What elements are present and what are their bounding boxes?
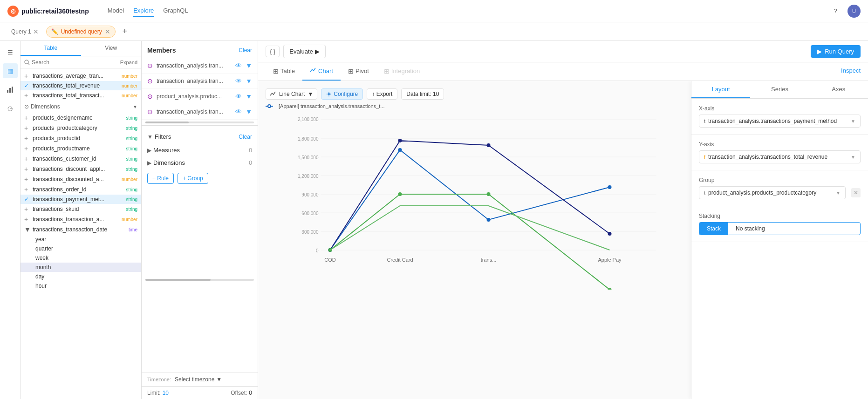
integration-view-tab[interactable]: ⊞ Integration [376, 62, 427, 81]
filters-clear-button[interactable]: Clear [239, 134, 252, 140]
axes-tab[interactable]: Axes [809, 81, 868, 98]
search-input[interactable] [32, 59, 118, 66]
members-panel: Members Clear ⊙ transaction_analysis.tra… [142, 41, 258, 399]
chart-view-tab[interactable]: Chart [302, 62, 341, 81]
field-plus-icon[interactable]: + [24, 205, 31, 213]
timezone-select[interactable]: Select timezone ▼ [175, 376, 222, 383]
field-plus-icon[interactable]: + [24, 114, 31, 122]
stack-button[interactable]: Stack [699, 223, 728, 235]
field-year[interactable]: year [21, 235, 141, 244]
expand-button[interactable]: Expand [120, 60, 137, 65]
filters-header[interactable]: ▼ Filters Clear [147, 129, 252, 144]
field-discounted-a[interactable]: + transactions_discounted_a... number [21, 174, 141, 184]
field-month[interactable]: month [21, 263, 141, 272]
nav-explore[interactable]: Explore [133, 5, 154, 17]
field-plus-icon[interactable]: + [24, 176, 31, 183]
undefined-query-tab[interactable]: ✏️ Undefined query ✕ [46, 26, 116, 38]
filter-icon[interactable]: ▼ [246, 108, 252, 115]
svg-point-33 [398, 192, 402, 196]
field-day[interactable]: day [21, 272, 141, 281]
evaluate-button[interactable]: Evaluate ▶ [283, 45, 326, 58]
group-select[interactable]: t product_analysis.products_productcateg… [699, 186, 846, 199]
field-total-revenue[interactable]: ✓ transactions_total_revenue number [21, 81, 141, 90]
json-button[interactable]: { } [266, 46, 280, 57]
field-payment-method[interactable]: ✓ transactions_payment_met... string [21, 195, 141, 204]
field-avg-transaction[interactable]: + transactions_average_tran... number [21, 71, 141, 81]
field-quarter[interactable]: quarter [21, 244, 141, 253]
group-close-button[interactable]: ✕ [851, 188, 861, 197]
run-query-button[interactable]: ▶ Run Query [811, 45, 861, 58]
inspect-button[interactable]: Inspect [841, 62, 861, 81]
eye-icon[interactable]: 👁 [235, 77, 242, 85]
user-avatar[interactable]: U [847, 5, 861, 18]
eye-icon[interactable]: 👁 [235, 108, 242, 115]
nav-model[interactable]: Model [108, 5, 124, 17]
eye-icon[interactable]: 👁 [235, 93, 242, 100]
field-plus-icon[interactable]: + [24, 92, 31, 99]
undefined-close-icon[interactable]: ✕ [105, 28, 110, 35]
filter-icon[interactable]: ▼ [246, 62, 252, 69]
xaxis-select[interactable]: t transaction_analysis.transactions_paym… [699, 115, 861, 128]
field-order-id[interactable]: + transactions_order_id string [21, 184, 141, 195]
field-productcategory[interactable]: + products_productcategory string [21, 123, 141, 133]
pivot-view-tab[interactable]: ⊞ Pivot [341, 62, 376, 81]
field-transaction-date[interactable]: ▼ transactions_transaction_date time [21, 224, 141, 235]
measures-label: Measures [153, 147, 180, 154]
field-discount-appl[interactable]: + transactions_discount_appl... string [21, 164, 141, 174]
filter-icon[interactable]: ▼ [246, 77, 252, 85]
scroll-indicator-2 [145, 279, 254, 281]
dimensions-section-header[interactable]: ⊙ Dimensions ▼ [21, 101, 141, 113]
measures-filter-group[interactable]: ▶ Measures 0 [147, 144, 252, 156]
add-tab-button[interactable]: + [119, 26, 130, 37]
config-tabs: Layout Series Axes [691, 81, 868, 99]
field-customer-id[interactable]: + transactions_customer_id string [21, 154, 141, 164]
table-tab[interactable]: Table [21, 41, 81, 56]
field-plus-icon[interactable]: + [24, 145, 31, 152]
table-view-tab[interactable]: ⊞ Table [266, 62, 302, 81]
field-expand-icon[interactable]: ▼ [24, 226, 31, 233]
field-plus-icon[interactable]: + [24, 72, 31, 80]
add-rule-button[interactable]: + Rule [147, 173, 174, 184]
offset-value[interactable]: 0 [249, 390, 252, 396]
field-productid[interactable]: + products_productid string [21, 133, 141, 143]
field-plus-icon[interactable]: + [24, 124, 31, 132]
legend-line-icon [266, 104, 277, 108]
configure-button[interactable]: Configure [321, 88, 363, 100]
field-hour[interactable]: hour [21, 281, 141, 291]
field-plus-icon[interactable]: + [24, 216, 31, 223]
field-plus-icon[interactable]: + [24, 135, 31, 142]
export-button[interactable]: ↑ Export [367, 88, 397, 100]
layout-tab[interactable]: Layout [691, 81, 750, 98]
field-transaction-a[interactable]: + transactions_transaction_a... number [21, 214, 141, 224]
table-sidebar-icon[interactable]: ▦ [3, 63, 18, 78]
help-icon[interactable]: ? [829, 5, 842, 18]
field-skuid[interactable]: + transactions_skuid string [21, 204, 141, 214]
dimensions-filter-group[interactable]: ▶ Dimensions 0 [147, 156, 252, 169]
menu-icon[interactable]: ☰ [3, 45, 18, 60]
data-limit-button[interactable]: Data limit: 10 [401, 88, 444, 100]
chart-type-label: Line Chart [279, 91, 305, 97]
field-designername[interactable]: + products_designername string [21, 113, 141, 123]
chart-sidebar-icon[interactable] [3, 82, 18, 97]
field-total-transactions[interactable]: + transactions_total_transact... number [21, 90, 141, 101]
query1-close-icon[interactable]: ✕ [33, 28, 39, 35]
add-group-button[interactable]: + Group [178, 173, 208, 184]
yaxis-select[interactable]: f transaction_analysis.transactions_tota… [699, 150, 861, 163]
members-clear-button[interactable]: Clear [239, 47, 252, 54]
limit-value[interactable]: 10 [163, 390, 169, 396]
eye-icon[interactable]: 👁 [235, 62, 242, 69]
field-plus-icon[interactable]: + [24, 165, 31, 173]
nav-graphql[interactable]: GraphQL [163, 5, 188, 17]
field-plus-icon[interactable]: + [24, 186, 31, 193]
query1-tab[interactable]: Query 1 ✕ [7, 26, 42, 37]
series-tab[interactable]: Series [750, 81, 809, 98]
top-nav: ◎ public:retail360testnp Model Explore G… [0, 0, 868, 22]
chart-type-select[interactable]: Line Chart ▼ [266, 88, 317, 100]
view-tab[interactable]: View [81, 41, 142, 56]
field-plus-icon[interactable]: + [24, 155, 31, 162]
field-week[interactable]: week [21, 253, 141, 263]
no-stacking-button[interactable]: No stacking [728, 223, 772, 235]
field-productname[interactable]: + products_productname string [21, 143, 141, 154]
history-sidebar-icon[interactable]: ◷ [3, 101, 18, 115]
filter-icon[interactable]: ▼ [246, 93, 252, 100]
